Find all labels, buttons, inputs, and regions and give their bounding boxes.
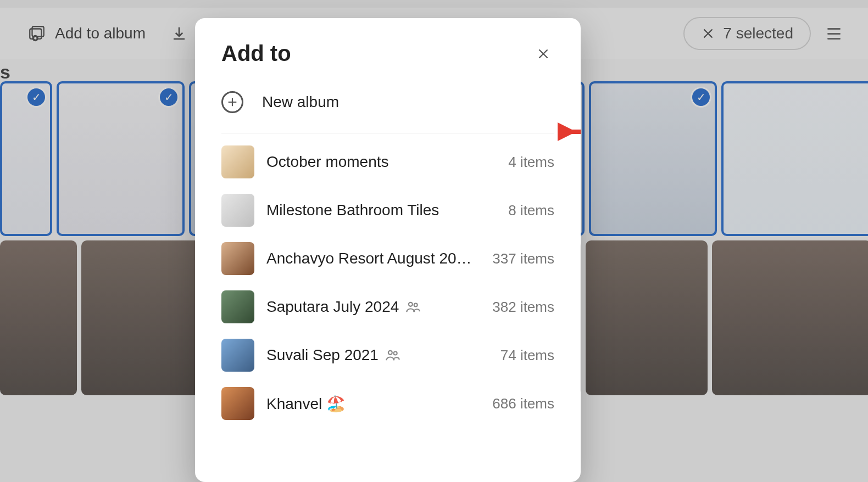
album-main: Milestone Bathroom Tiles <box>266 201 496 219</box>
svg-point-5 <box>388 351 392 355</box>
album-name: Khanvel 🏖️ <box>266 395 346 413</box>
album-count: 337 items <box>492 250 554 267</box>
album-thumb <box>221 339 254 372</box>
album-thumb <box>221 194 254 227</box>
modal-title: Add to <box>221 41 291 66</box>
shared-icon <box>385 348 400 363</box>
album-count: 4 items <box>508 154 554 171</box>
album-item[interactable]: Milestone Bathroom Tiles8 items <box>215 186 561 234</box>
album-thumb <box>221 290 254 323</box>
modal-body: New album October moments4 itemsMileston… <box>195 81 581 482</box>
add-to-modal: Add to New album October moments4 itemsM… <box>195 18 581 482</box>
new-album-label: New album <box>262 93 339 111</box>
album-thumb <box>221 242 254 275</box>
album-count: 8 items <box>508 202 554 219</box>
modal-header: Add to <box>195 18 581 81</box>
shared-icon <box>405 299 421 315</box>
album-item[interactable]: Saputara July 2024382 items <box>215 283 561 331</box>
album-count: 74 items <box>500 347 554 364</box>
album-main: Saputara July 2024 <box>266 298 480 316</box>
new-album-button[interactable]: New album <box>215 81 561 123</box>
album-name: Saputara July 2024 <box>266 298 399 316</box>
album-item[interactable]: Anchavyo Resort August 20…337 items <box>215 234 561 283</box>
album-thumb <box>221 145 254 178</box>
divider <box>221 133 554 133</box>
album-count: 382 items <box>492 299 554 316</box>
close-icon <box>536 47 550 61</box>
album-list: October moments4 itemsMilestone Bathroom… <box>215 138 561 428</box>
plus-circle-icon <box>221 91 243 113</box>
album-name: Milestone Bathroom Tiles <box>266 201 439 219</box>
album-item[interactable]: October moments4 items <box>215 138 561 186</box>
album-item[interactable]: Suvali Sep 202174 items <box>215 331 561 379</box>
album-count: 686 items <box>492 395 554 412</box>
album-main: Anchavyo Resort August 20… <box>266 250 480 267</box>
album-thumb <box>221 387 254 420</box>
album-name: Anchavyo Resort August 20… <box>266 250 472 267</box>
album-main: Suvali Sep 2021 <box>266 346 488 364</box>
album-main: Khanvel 🏖️ <box>266 395 480 413</box>
album-name: Suvali Sep 2021 <box>266 346 379 364</box>
svg-point-4 <box>414 303 418 306</box>
album-name: October moments <box>266 153 389 171</box>
album-main: October moments <box>266 153 496 171</box>
svg-point-6 <box>394 351 397 355</box>
modal-close-button[interactable] <box>532 43 554 65</box>
svg-point-3 <box>409 302 413 306</box>
album-item[interactable]: Khanvel 🏖️686 items <box>215 379 561 428</box>
